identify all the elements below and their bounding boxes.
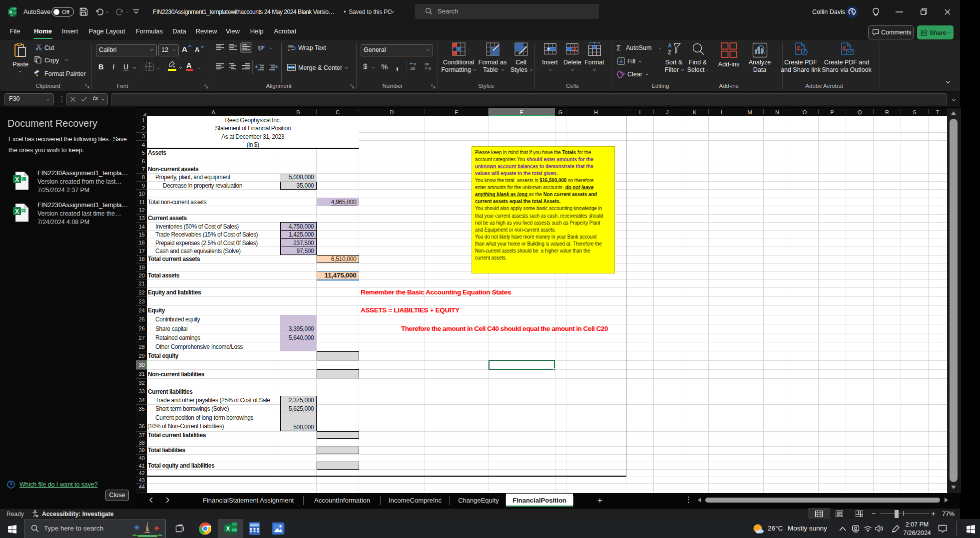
svg-text:.00: .00 [424,62,430,66]
svg-text:0: 0 [414,62,416,66]
svg-text:0: 0 [429,66,431,70]
svg-text:Z: Z [668,49,671,55]
svg-text:.00: .00 [410,66,416,70]
svg-text:X: X [226,526,230,532]
svg-text:X: X [9,9,12,14]
svg-text:A: A [668,42,672,48]
svg-text:X: X [15,176,19,183]
svg-text:X: X [15,208,19,215]
svg-text:c: c [288,47,290,51]
svg-text:?: ? [9,482,12,488]
